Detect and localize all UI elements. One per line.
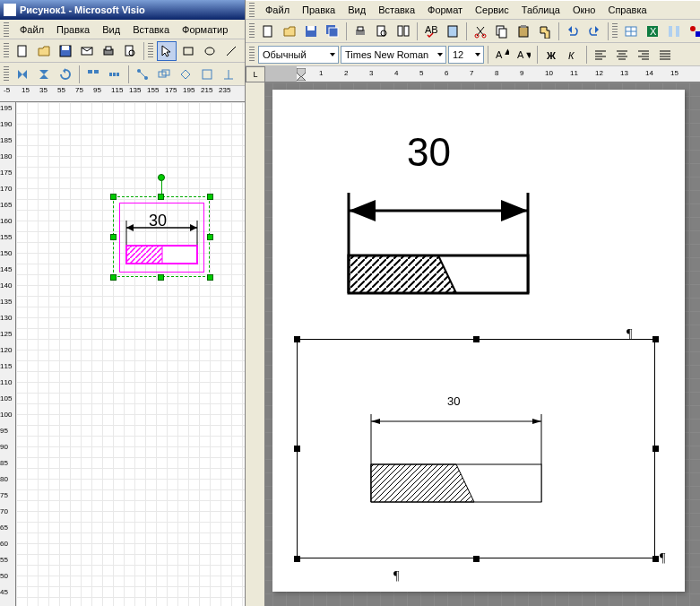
font-combo[interactable]: Times New Roman xyxy=(341,46,446,64)
menu-insert[interactable]: Вставка xyxy=(373,3,420,17)
grow-font-button[interactable]: A▲ xyxy=(492,45,512,65)
rect-button[interactable] xyxy=(178,41,198,61)
shape-ops3-button[interactable] xyxy=(197,65,217,84)
shape-ops4-button[interactable] xyxy=(219,65,238,84)
separator xyxy=(586,46,587,64)
connect-button[interactable] xyxy=(133,65,152,84)
open-button[interactable] xyxy=(280,22,299,41)
svg-text:К: К xyxy=(568,50,575,61)
mail-button[interactable] xyxy=(77,41,97,61)
flip-v-button[interactable] xyxy=(34,65,54,84)
tab-selector[interactable]: L xyxy=(246,66,265,82)
style-combo[interactable]: Обычный xyxy=(258,46,339,64)
separator xyxy=(466,22,467,40)
research-button[interactable] xyxy=(443,22,462,41)
visio-title: Рисунок1 - Microsoft Visio xyxy=(20,4,145,15)
spellcheck-button[interactable]: ABC xyxy=(421,22,441,41)
bold-button[interactable]: Ж xyxy=(541,45,561,65)
menu-window[interactable]: Окно xyxy=(567,3,601,17)
visio-ruler-h: -5 15 35 55 75 95 115 135 155 175 195 21… xyxy=(0,86,245,102)
distribute-button[interactable] xyxy=(105,65,125,84)
sel-handle-e[interactable] xyxy=(207,234,213,240)
preview-button[interactable] xyxy=(120,41,140,61)
menu-edit[interactable]: Правка xyxy=(297,3,341,17)
sel-handle-nw[interactable] xyxy=(110,194,117,200)
svg-text:▲: ▲ xyxy=(503,48,509,56)
align-center-button[interactable] xyxy=(612,45,632,65)
preview-button[interactable] xyxy=(372,22,392,41)
wsel-ne[interactable] xyxy=(652,336,659,342)
line-button[interactable] xyxy=(221,41,241,61)
svg-rect-53 xyxy=(676,26,679,37)
shape-ops-button[interactable] xyxy=(154,65,174,84)
shape-ops2-button[interactable] xyxy=(176,65,195,84)
menu-view[interactable]: Вид xyxy=(97,22,125,37)
table-button[interactable] xyxy=(621,22,641,41)
open-button[interactable] xyxy=(34,41,54,61)
sel-handle-s[interactable] xyxy=(158,274,164,281)
pointer-button[interactable] xyxy=(157,41,177,61)
grip-icon xyxy=(612,23,618,39)
menu-table[interactable]: Таблица xyxy=(516,3,566,17)
sel-handle-w[interactable] xyxy=(110,234,117,240)
grip-icon xyxy=(249,23,255,39)
cut-button[interactable] xyxy=(471,22,490,41)
columns-button[interactable] xyxy=(664,22,684,41)
new-button[interactable] xyxy=(258,22,278,41)
wsel-e[interactable] xyxy=(652,446,659,452)
menu-view[interactable]: Вид xyxy=(342,3,371,17)
word-ruler-v[interactable] xyxy=(246,82,265,606)
wsel-s[interactable] xyxy=(473,556,480,562)
copy-button[interactable] xyxy=(492,22,512,41)
undo-button[interactable] xyxy=(563,22,583,41)
menu-help[interactable]: Справка xyxy=(602,3,652,17)
menu-format[interactable]: Формат xyxy=(422,3,468,17)
sel-handle-sw[interactable] xyxy=(110,274,117,281)
print-button[interactable] xyxy=(99,41,118,61)
wsel-w[interactable] xyxy=(294,446,300,452)
rotation-handle[interactable] xyxy=(158,174,165,181)
sel-handle-n[interactable] xyxy=(158,194,164,200)
excel-button[interactable]: X xyxy=(643,22,662,41)
menu-format[interactable]: Форматир xyxy=(177,22,233,37)
align-left-button[interactable] xyxy=(591,45,610,65)
sel-handle-se[interactable] xyxy=(207,274,213,281)
word-page[interactable]: 30 ¶ 30 ¶ ¶ xyxy=(272,90,685,592)
wsel-se[interactable] xyxy=(652,556,659,562)
align-right-button[interactable] xyxy=(634,45,653,65)
redo-button[interactable] xyxy=(584,22,604,41)
save-button[interactable] xyxy=(56,41,75,61)
svg-rect-32 xyxy=(329,28,338,37)
menu-file[interactable]: Файл xyxy=(260,3,295,17)
align-justify-button[interactable] xyxy=(655,45,675,65)
flip-h-button[interactable] xyxy=(13,65,32,84)
menu-edit[interactable]: Правка xyxy=(51,22,95,37)
drawing-button[interactable] xyxy=(686,22,700,41)
save-button[interactable] xyxy=(301,22,321,41)
format-painter-button[interactable] xyxy=(535,22,555,41)
saveall-button[interactable] xyxy=(323,22,342,41)
wsel-sw[interactable] xyxy=(294,556,300,562)
new-button[interactable] xyxy=(13,41,32,61)
visio-canvas[interactable]: 30 xyxy=(16,102,245,606)
ellipse-button[interactable] xyxy=(200,41,220,61)
wsel-nw[interactable] xyxy=(294,336,300,342)
rotate-button[interactable] xyxy=(56,65,75,84)
preview2-button[interactable] xyxy=(393,22,413,41)
svg-text:A: A xyxy=(496,49,503,60)
word-ruler-h[interactable]: 1 2 3 4 5 6 7 8 9 10 11 12 13 14 15 xyxy=(265,66,700,82)
menu-service[interactable]: Сервис xyxy=(470,3,514,17)
align-button[interactable] xyxy=(83,65,103,84)
wsel-n[interactable] xyxy=(473,336,480,342)
fontsize-combo[interactable]: 12 xyxy=(448,46,484,64)
shrink-font-button[interactable]: A▼ xyxy=(514,45,533,65)
indent-marker[interactable] xyxy=(297,68,306,79)
svg-point-9 xyxy=(205,48,214,55)
svg-line-18 xyxy=(140,72,145,77)
print-button[interactable] xyxy=(350,22,370,41)
italic-button[interactable]: К xyxy=(563,45,583,65)
menu-insert[interactable]: Вставка xyxy=(127,22,175,37)
paste-button[interactable] xyxy=(514,22,533,41)
menu-file[interactable]: Файл xyxy=(14,22,49,37)
sel-handle-ne[interactable] xyxy=(207,194,213,200)
